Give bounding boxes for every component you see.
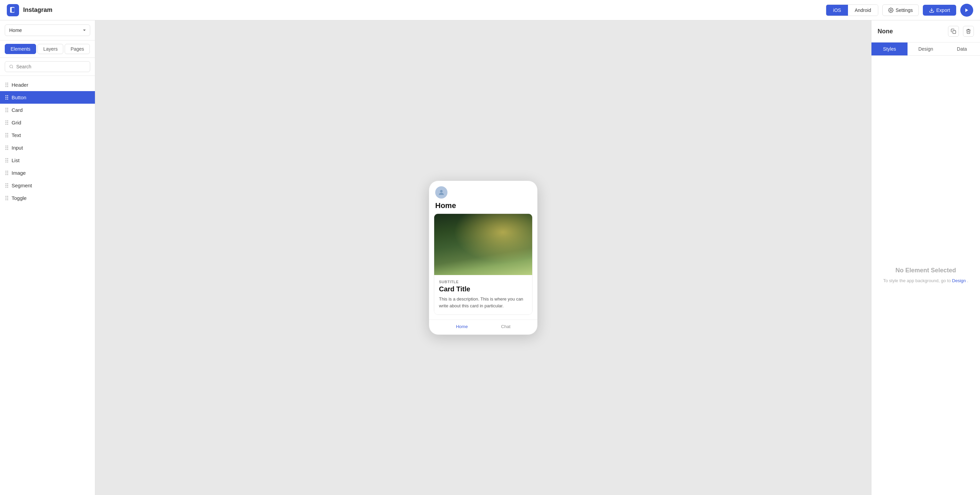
design-link[interactable]: Design: [952, 278, 966, 283]
phone-header: [429, 181, 537, 201]
app-logo: [7, 4, 19, 16]
drag-handle: [5, 133, 8, 137]
platform-group: iOS Android: [826, 5, 878, 16]
element-label: Button: [11, 95, 26, 100]
phone-frame: Home SUBTITLE Card Title This is a descr…: [429, 181, 538, 335]
settings-label: Settings: [896, 8, 913, 13]
search-icon: [9, 64, 14, 69]
card-component: SUBTITLE Card Title This is a descriptio…: [434, 214, 533, 315]
drag-handle: [5, 158, 8, 162]
tab-styles[interactable]: Styles: [872, 43, 907, 56]
android-button[interactable]: Android: [848, 5, 878, 16]
tab-layers[interactable]: Layers: [37, 44, 63, 54]
svg-marker-4: [966, 8, 968, 12]
avatar: [435, 186, 447, 198]
settings-button[interactable]: Settings: [882, 5, 919, 16]
page-selector[interactable]: Home: [0, 21, 95, 40]
element-list[interactable]: List: [0, 154, 95, 167]
drag-handle: [5, 146, 8, 150]
element-label: Text: [11, 132, 21, 138]
element-label: Image: [11, 170, 26, 176]
trash-icon: [966, 29, 971, 34]
right-header-icons: [948, 26, 974, 37]
element-toggle[interactable]: Toggle: [0, 192, 95, 204]
search-wrapper[interactable]: [5, 61, 90, 72]
card-body: SUBTITLE Card Title This is a descriptio…: [434, 275, 532, 314]
tab-design[interactable]: Design: [907, 43, 943, 56]
elements-list: Header Button Card Grid: [0, 76, 95, 495]
no-element-desc: To style the app background, go to Desig…: [883, 278, 968, 284]
element-label: Card: [11, 107, 23, 113]
element-card[interactable]: Card: [0, 104, 95, 116]
element-label: Grid: [11, 120, 21, 125]
drag-handle: [5, 82, 8, 87]
right-content: No Element Selected To style the app bac…: [872, 56, 980, 495]
center-panel: Home SUBTITLE Card Title This is a descr…: [95, 21, 871, 495]
svg-rect-8: [953, 30, 956, 34]
right-header: None: [872, 21, 980, 43]
drag-handle: [5, 196, 8, 200]
no-element-desc-text: To style the app background, go to: [883, 278, 952, 283]
no-element-period: .: [967, 278, 969, 283]
element-text[interactable]: Text: [0, 129, 95, 141]
card-image: [434, 214, 532, 275]
element-grid[interactable]: Grid: [0, 116, 95, 129]
card-description: This is a description. This is where you…: [439, 296, 527, 309]
export-button[interactable]: Export: [923, 5, 956, 16]
ios-button[interactable]: iOS: [826, 5, 848, 16]
left-panel: Home Elements Layers Pages Header: [0, 21, 95, 495]
tab-data[interactable]: Data: [944, 43, 980, 56]
drag-handle: [5, 121, 8, 125]
drag-handle: [5, 108, 8, 112]
right-tabs: Styles Design Data: [872, 43, 980, 56]
element-label: List: [11, 157, 19, 163]
copy-icon: [951, 29, 956, 34]
element-header[interactable]: Header: [0, 79, 95, 91]
card-subtitle: SUBTITLE: [439, 280, 527, 284]
nav-chat[interactable]: Chat: [501, 324, 511, 329]
svg-point-2: [890, 10, 891, 11]
delete-button[interactable]: [963, 26, 974, 37]
element-image[interactable]: Image: [0, 167, 95, 179]
topbar: Instagram iOS Android Settings Export: [0, 0, 980, 21]
search-input[interactable]: [16, 64, 86, 69]
export-icon: [929, 8, 934, 13]
element-label: Segment: [11, 182, 32, 188]
export-label: Export: [937, 8, 950, 13]
tab-elements[interactable]: Elements: [5, 44, 36, 54]
phone-title: Home: [429, 201, 537, 214]
element-segment[interactable]: Segment: [0, 179, 95, 192]
play-icon: [964, 8, 969, 13]
play-button[interactable]: [960, 4, 973, 17]
drag-handle: [5, 183, 8, 188]
svg-point-5: [10, 65, 13, 68]
page-select[interactable]: Home: [5, 24, 90, 36]
drag-handle: [5, 95, 8, 100]
element-label: Toggle: [11, 195, 27, 201]
gear-icon: [888, 8, 894, 13]
drag-handle: [5, 171, 8, 175]
card-title: Card Title: [439, 285, 527, 293]
right-panel-title: None: [878, 28, 893, 35]
copy-button[interactable]: [948, 26, 959, 37]
nav-home[interactable]: Home: [456, 324, 468, 329]
svg-point-7: [440, 190, 442, 192]
svg-line-6: [12, 67, 13, 68]
right-panel: None Styles Design Data No Element: [871, 21, 980, 495]
svg-rect-1: [11, 8, 14, 12]
search-container: [0, 58, 95, 76]
element-label: Input: [11, 145, 23, 151]
panel-tabs: Elements Layers Pages: [0, 40, 95, 58]
element-label: Header: [11, 82, 28, 88]
main-layout: Home Elements Layers Pages Header: [0, 21, 980, 495]
tab-pages[interactable]: Pages: [65, 44, 90, 54]
element-button[interactable]: Button: [0, 91, 95, 104]
app-name: Instagram: [23, 6, 52, 14]
element-input[interactable]: Input: [0, 141, 95, 154]
phone-nav: Home Chat: [429, 320, 537, 335]
no-element-title: No Element Selected: [895, 267, 956, 274]
